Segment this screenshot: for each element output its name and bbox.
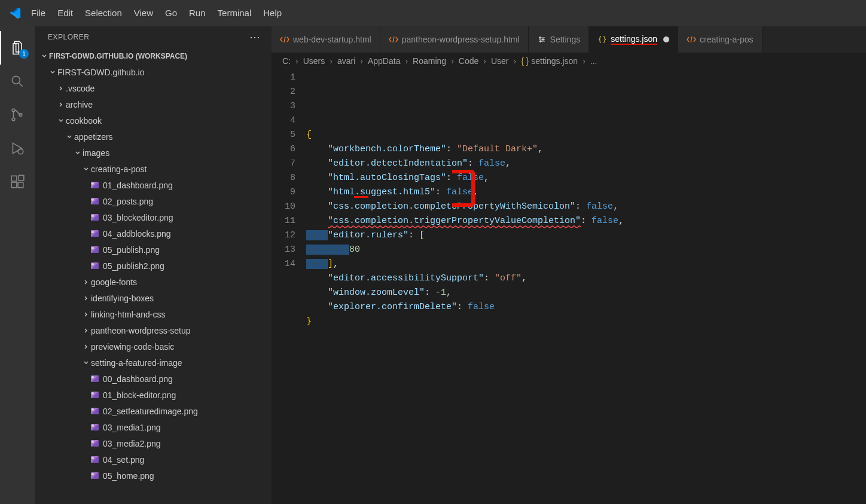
- tree-file[interactable]: 02_setfeaturedimage.png: [35, 403, 272, 419]
- code-line[interactable]: "html.autoClosingTags": false,: [306, 171, 779, 185]
- tab-pantheon-wordpress-setup-html[interactable]: pantheon-wordpress-setup.html: [380, 26, 529, 53]
- tree-folder[interactable]: pantheon-wordpress-setup: [35, 322, 272, 338]
- tree-file[interactable]: 01_block-editor.png: [35, 387, 272, 403]
- image-file-icon: [90, 374, 99, 384]
- tree-file[interactable]: 03_media2.png: [35, 435, 272, 451]
- run-debug-icon[interactable]: [0, 132, 35, 165]
- breadcrumb-item[interactable]: ...: [590, 56, 597, 66]
- tree-folder[interactable]: google-fonts: [35, 274, 272, 290]
- svg-point-10: [542, 39, 543, 40]
- html-file-icon: [687, 35, 696, 44]
- code-line[interactable]: }: [306, 314, 779, 329]
- tree-label: archive: [66, 100, 93, 109]
- breadcrumb-item[interactable]: Users: [303, 56, 325, 66]
- breadcrumb-item[interactable]: User: [491, 56, 509, 66]
- json-file-icon: [597, 35, 607, 44]
- breadcrumb-item[interactable]: Roaming: [413, 56, 446, 66]
- code-line[interactable]: "workbench.colorTheme": "Default Dark+",: [306, 142, 779, 157]
- code-line[interactable]: "editor.detectIndentation": false,: [306, 157, 779, 171]
- svg-rect-6: [11, 182, 17, 188]
- tree-file[interactable]: 03_media1.png: [35, 419, 272, 435]
- breadcrumbs[interactable]: C:›Users›avari›AppData›Roaming›Code›User…: [272, 53, 866, 69]
- tree-label: FIRST-GDWD.github.io: [57, 68, 144, 77]
- breadcrumb-item[interactable]: avari: [337, 56, 355, 66]
- breadcrumb-item[interactable]: AppData: [368, 56, 400, 66]
- sidebar-title: EXPLORER: [48, 33, 89, 41]
- tree-folder[interactable]: .vscode: [35, 80, 272, 96]
- tree-file[interactable]: 05_publish2.png: [35, 258, 272, 274]
- code-line[interactable]: "editor.accessibilitySupport": "off",: [306, 271, 779, 286]
- extensions-icon[interactable]: [0, 165, 35, 198]
- activity-bar: 1: [0, 26, 35, 504]
- explorer-icon[interactable]: 1: [0, 31, 35, 65]
- chevron-down-icon: [39, 53, 49, 60]
- tree-file[interactable]: 04_set.png: [35, 451, 272, 468]
- tree-label: .vscode: [66, 84, 94, 93]
- tree-folder[interactable]: identifying-boxes: [35, 290, 272, 306]
- menu-terminal[interactable]: Terminal: [212, 0, 258, 26]
- sidebar: EXPLORER ⋯ FIRST-GDWD.GITHUB.IO (WORKSPA…: [35, 26, 272, 504]
- tab-settings[interactable]: Settings: [529, 26, 590, 53]
- tree-file[interactable]: 02_posts.png: [35, 193, 272, 209]
- chevron-down-icon: [81, 166, 91, 173]
- code-content[interactable]: { "workbench.colorTheme": "Default Dark+…: [306, 69, 779, 504]
- code-line[interactable]: "html.suggest.html5": false,: [306, 185, 779, 200]
- code-line[interactable]: {: [306, 128, 779, 142]
- tree-folder[interactable]: previewing-code-basic: [35, 338, 272, 355]
- code-line[interactable]: "css.completion.completePropertyWithSemi…: [306, 200, 779, 214]
- code-line[interactable]: "explorer.confirmDelete": false: [306, 300, 779, 314]
- editor[interactable]: 1234567891011121314 { "workbench.colorTh…: [272, 69, 866, 504]
- image-file-icon: [90, 213, 99, 222]
- minimap[interactable]: [779, 69, 866, 504]
- tree-folder[interactable]: linking-html-and-css: [35, 306, 272, 322]
- tree-folder[interactable]: FIRST-GDWD.github.io: [35, 64, 272, 80]
- tree-file[interactable]: 03_blockeditor.png: [35, 209, 272, 225]
- titlebar: FileEditSelectionViewGoRunTerminalHelp: [0, 0, 866, 26]
- code-line[interactable]: ········80: [306, 243, 779, 257]
- source-control-icon[interactable]: [0, 98, 35, 132]
- tree-file[interactable]: 05_home.png: [35, 468, 272, 484]
- menu-file[interactable]: File: [25, 0, 51, 26]
- image-file-icon: [90, 229, 99, 239]
- code-line[interactable]: ····],: [306, 257, 779, 271]
- svg-point-9: [539, 37, 540, 38]
- svg-point-1: [12, 109, 15, 112]
- menu-help[interactable]: Help: [257, 0, 288, 26]
- tree-label: 01_block-editor.png: [103, 390, 176, 400]
- tab-creating-a-pos[interactable]: creating-a-pos: [678, 26, 763, 53]
- menu-edit[interactable]: Edit: [51, 0, 79, 26]
- menu-view[interactable]: View: [128, 0, 159, 26]
- sidebar-more-icon[interactable]: ⋯: [249, 30, 261, 44]
- svg-point-2: [12, 118, 15, 121]
- tree-folder[interactable]: cookbook: [35, 112, 272, 129]
- tab-settings-json[interactable]: settings.json: [589, 26, 678, 53]
- file-tree[interactable]: FIRST-GDWD.GITHUB.IO (WORKSPACE) FIRST-G…: [35, 48, 272, 504]
- code-line[interactable]: ····"editor.rulers": [: [306, 228, 779, 243]
- tree-folder[interactable]: images: [35, 145, 272, 161]
- breadcrumb-item[interactable]: Code: [459, 56, 478, 66]
- menu-go[interactable]: Go: [159, 0, 183, 26]
- code-line[interactable]: "window.zoomLevel": -1,: [306, 286, 779, 300]
- chevron-down-icon: [65, 133, 74, 140]
- tree-file[interactable]: 04_addblocks.png: [35, 225, 272, 242]
- image-file-icon: [90, 197, 99, 206]
- html-file-icon: [280, 35, 289, 44]
- tree-file[interactable]: 00_dashboard.png: [35, 371, 272, 387]
- menu-run[interactable]: Run: [183, 0, 212, 26]
- code-line[interactable]: "css.completion.triggerPropertyValueComp…: [306, 214, 779, 228]
- tree-label: 01_dashboard.png: [103, 181, 173, 190]
- menu-selection[interactable]: Selection: [79, 0, 128, 26]
- search-icon[interactable]: [0, 65, 35, 98]
- tree-label: 05_publish.png: [103, 245, 160, 255]
- tree-folder[interactable]: appetizers: [35, 129, 272, 145]
- breadcrumb-item[interactable]: { } settings.json: [521, 56, 578, 66]
- tree-folder[interactable]: creating-a-post: [35, 161, 272, 177]
- tree-folder[interactable]: archive: [35, 96, 272, 112]
- vscode-logo-icon: [5, 7, 25, 20]
- breadcrumb-item[interactable]: C:: [282, 56, 291, 66]
- workspace-root[interactable]: FIRST-GDWD.GITHUB.IO (WORKSPACE): [35, 48, 272, 64]
- tab-web-dev-startup-html[interactable]: web-dev-startup.html: [272, 26, 380, 53]
- tree-file[interactable]: 01_dashboard.png: [35, 177, 272, 193]
- tree-folder[interactable]: setting-a-featured-image: [35, 355, 272, 371]
- tree-file[interactable]: 05_publish.png: [35, 242, 272, 258]
